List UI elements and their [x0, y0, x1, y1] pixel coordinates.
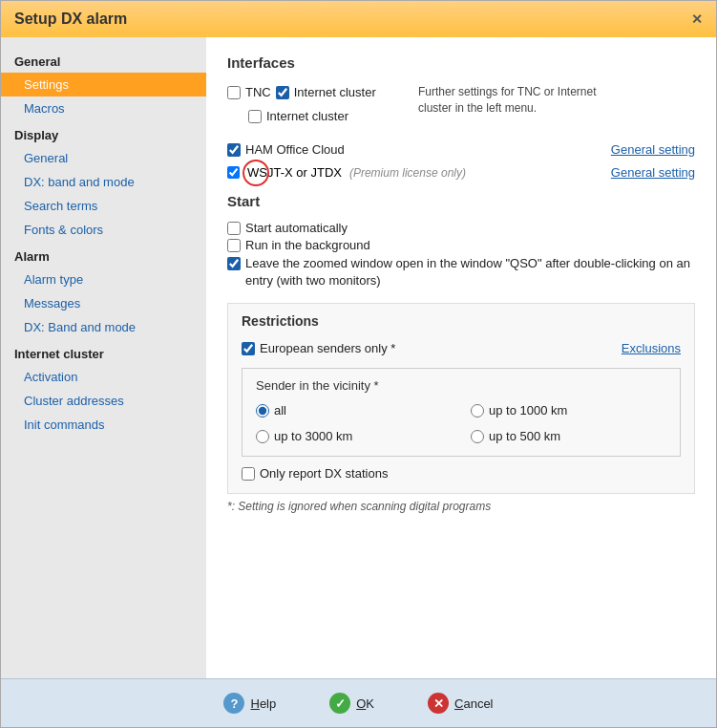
leave-zoomed-row: Leave the zoomed window open in the wind…	[227, 255, 695, 289]
wsjt-label: WSJT-X or JTDX	[247, 165, 342, 180]
ham-row: HAM Office Cloud General setting	[227, 139, 695, 160]
window-title: Setup DX alarm	[14, 11, 127, 28]
radio-up1000[interactable]	[471, 404, 484, 418]
sidebar-item-activation[interactable]: Activation	[1, 365, 206, 389]
cancel-icon: ✕	[428, 693, 449, 714]
european-checkbox-row: European senders only *	[242, 341, 395, 355]
main-content: General Settings Macros Display General …	[1, 37, 716, 678]
ham-general-link[interactable]: General setting	[611, 142, 695, 157]
sidebar-item-search-terms[interactable]: Search terms	[1, 194, 206, 218]
run-background-row: Run in the background	[227, 238, 695, 252]
interfaces-grid: TNC Internet cluster Internet cluster Fu…	[227, 82, 695, 126]
start-auto-checkbox[interactable]	[227, 222, 241, 235]
vicinity-box: Sender in the vicinity * all up to 1000 …	[242, 368, 681, 457]
ham-checkbox[interactable]	[227, 143, 241, 157]
only-dx-checkbox[interactable]	[242, 467, 255, 481]
help-button[interactable]: ? Help	[216, 689, 284, 717]
radio-up3000-label: up to 3000 km	[274, 429, 352, 443]
internet-cluster-2-row: Internet cluster	[248, 109, 399, 123]
restrictions-section: Restrictions European senders only * Exc…	[227, 303, 695, 494]
radio-up1000-label: up to 1000 km	[489, 403, 567, 418]
premium-label: (Premium license only)	[349, 166, 466, 180]
start-auto-label: Start automatically	[245, 221, 348, 235]
content-area: Interfaces TNC Internet cluster Internet…	[206, 37, 716, 678]
only-dx-row: Only report DX stations	[242, 466, 681, 481]
ham-label: HAM Office Cloud	[245, 142, 345, 157]
ok-button[interactable]: ✓ OK	[322, 689, 382, 717]
exclusions-link[interactable]: Exclusions	[622, 341, 681, 355]
run-background-label: Run in the background	[245, 238, 370, 252]
radio-up500[interactable]	[471, 430, 484, 443]
sidebar-section-general: General	[1, 47, 206, 73]
note-text: *: Setting is ignored when scanning digi…	[227, 500, 695, 513]
ok-icon: ✓	[329, 693, 350, 714]
setup-dx-alarm-window: Setup DX alarm ✕ General Settings Macros…	[0, 0, 717, 728]
sidebar-item-fonts-colors[interactable]: Fonts & colors	[1, 218, 206, 242]
interfaces-title: Interfaces	[227, 54, 695, 71]
radio-up500-label: up to 500 km	[489, 429, 560, 443]
leave-zoomed-label: Leave the zoomed window open in the wind…	[245, 255, 695, 289]
wsjt-checkbox[interactable]	[227, 166, 240, 179]
radio-up3000[interactable]	[256, 430, 269, 443]
cancel-button[interactable]: ✕ Cancel	[420, 689, 500, 717]
tnc-row: TNC Internet cluster	[227, 85, 399, 99]
bottom-bar: ? Help ✓ OK ✕ Cancel	[1, 678, 716, 727]
title-bar: Setup DX alarm ✕	[1, 1, 716, 37]
european-checkbox[interactable]	[242, 342, 255, 355]
sidebar-item-init-commands[interactable]: Init commands	[1, 413, 206, 437]
sidebar-item-dx-band-mode[interactable]: DX: band and mode	[1, 170, 206, 194]
sidebar-item-cluster-addresses[interactable]: Cluster addresses	[1, 389, 206, 413]
start-auto-row: Start automatically	[227, 221, 695, 235]
vicinity-title: Sender in the vicinity *	[256, 378, 666, 393]
radio-up500-row: up to 500 km	[471, 429, 666, 443]
radio-up3000-row: up to 3000 km	[256, 429, 452, 443]
interfaces-left: TNC Internet cluster Internet cluster	[227, 82, 399, 126]
wsjt-row: WSJT-X or JTDX (Premium license only) Ge…	[227, 165, 695, 180]
help-icon: ?	[223, 693, 244, 714]
radio-all-label: all	[274, 403, 286, 418]
internet-cluster-1-checkbox[interactable]	[276, 86, 289, 99]
ok-label: OK	[356, 696, 374, 711]
ham-checkbox-row: HAM Office Cloud	[227, 142, 345, 157]
tnc-checkbox[interactable]	[227, 86, 241, 99]
help-label: Help	[250, 696, 276, 711]
cancel-label: Cancel	[454, 696, 493, 711]
wsjt-general-link[interactable]: General setting	[611, 165, 695, 180]
sidebar-item-alarm-type[interactable]: Alarm type	[1, 268, 206, 291]
sidebar-section-display: Display	[1, 120, 206, 146]
internet-cluster-2-label: Internet cluster	[266, 109, 348, 123]
interfaces-note: Further settings for TNC or Internet clu…	[418, 82, 609, 126]
sidebar-item-messages[interactable]: Messages	[1, 291, 206, 315]
sidebar-section-internet-cluster: Internet cluster	[1, 339, 206, 365]
sidebar-section-alarm: Alarm	[1, 242, 206, 268]
sidebar-item-macros[interactable]: Macros	[1, 96, 206, 120]
close-button[interactable]: ✕	[691, 11, 703, 27]
only-dx-label: Only report DX stations	[260, 466, 388, 481]
wsjt-left: WSJT-X or JTDX (Premium license only)	[227, 165, 466, 180]
start-section: Start Start automatically Run in the bac…	[227, 193, 695, 289]
european-label: European senders only *	[260, 341, 395, 355]
radio-grid: all up to 1000 km up to 3000 km up	[256, 400, 666, 446]
start-title: Start	[227, 193, 695, 209]
sidebar-item-dx-band-mode2[interactable]: DX: Band and mode	[1, 315, 206, 339]
radio-up1000-row: up to 1000 km	[471, 403, 666, 418]
leave-zoomed-checkbox[interactable]	[227, 257, 241, 270]
european-row: European senders only * Exclusions	[242, 338, 681, 358]
sidebar: General Settings Macros Display General …	[1, 37, 206, 678]
radio-all-row: all	[256, 403, 452, 418]
run-background-checkbox[interactable]	[227, 239, 241, 252]
internet-cluster-2-checkbox[interactable]	[248, 110, 262, 123]
radio-all[interactable]	[256, 404, 269, 418]
tnc-label: TNC	[245, 85, 271, 99]
internet-cluster-1-label: Internet cluster	[294, 85, 376, 99]
restrictions-title: Restrictions	[242, 313, 681, 329]
sidebar-item-general[interactable]: General	[1, 146, 206, 170]
sidebar-item-settings[interactable]: Settings	[1, 73, 206, 96]
